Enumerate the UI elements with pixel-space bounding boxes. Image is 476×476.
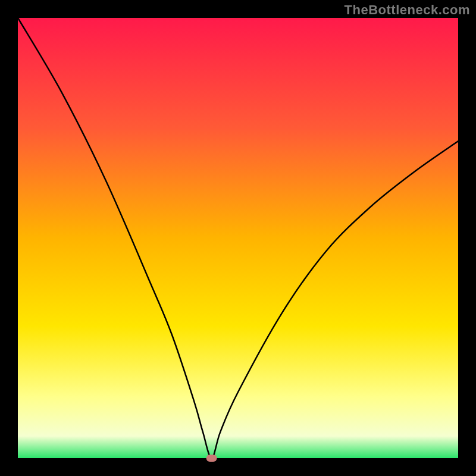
watermark-text: TheBottleneck.com bbox=[345, 2, 470, 18]
optimum-marker bbox=[206, 455, 217, 462]
chart-container: TheBottleneck.com bbox=[0, 0, 476, 476]
bottleneck-chart bbox=[0, 0, 476, 476]
